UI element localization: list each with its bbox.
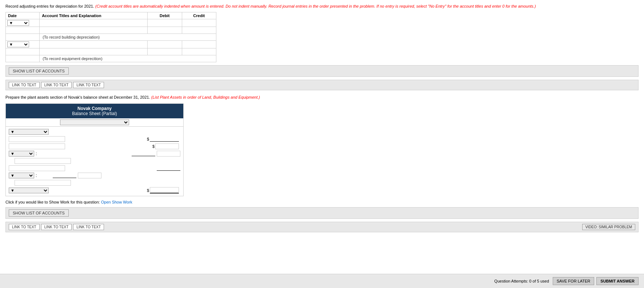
link-btns-1: LINK TO TEXT LINK TO TEXT LINK TO TEXT — [9, 82, 635, 88]
bottom-toolbar: Question Attempts: 0 of 5 used SAVE FOR … — [0, 274, 644, 288]
date-select-2[interactable]: ▼ — [7, 42, 29, 47]
table-row: ▼ — [6, 41, 216, 48]
bs-buildings-label-row — [7, 157, 182, 165]
bs-buildings-row: $ — [7, 143, 182, 150]
table-row — [6, 27, 216, 34]
bs-date-select[interactable]: December 31, 2021 — [60, 119, 129, 125]
sheet-title: Balance Sheet (Partial) — [7, 111, 182, 116]
show-list-button-2[interactable]: SHOW LIST OF ACCOUNTS — [9, 209, 69, 217]
link-to-text-btn-1c[interactable]: LINK TO TEXT — [73, 82, 104, 88]
instruction-2-text: Prepare the plant assets section of Nova… — [5, 95, 150, 99]
credit-input-1b[interactable] — [184, 28, 215, 32]
col-account: Account Titles and Explanation — [40, 12, 148, 19]
bs-buildings-net-label[interactable] — [9, 165, 65, 171]
debit-input-2a[interactable] — [149, 42, 180, 47]
link-to-text-toolbar-1: LINK TO TEXT LINK TO TEXT LINK TO TEXT — [5, 80, 639, 90]
bs-body: ▼ $ $ ▼ : — [6, 127, 183, 196]
bs-buildings-select[interactable]: ▼ — [9, 151, 34, 157]
bs-section-row-1: ▼ — [7, 128, 182, 135]
col-credit: Credit — [182, 12, 216, 19]
table-row: ▼ — [6, 19, 216, 27]
account-input-2b[interactable] — [41, 50, 146, 54]
show-work-text: Click if you would like to Show Work for… — [5, 200, 100, 204]
account-input-1b[interactable] — [41, 28, 146, 32]
video-similar-btn[interactable]: VIDEO: SIMILAR PROBLEM — [582, 224, 635, 230]
instruction-1-red: (Credit account titles are automatically… — [95, 4, 536, 8]
show-accounts-toolbar: SHOW LIST OF ACCOUNTS — [5, 65, 639, 77]
bs-equip-label-row — [7, 179, 182, 186]
save-for-later-button[interactable]: SAVE FOR LATER — [553, 277, 595, 285]
debit-input-1b[interactable] — [149, 28, 180, 32]
col-debit: Debit — [148, 12, 182, 19]
link-btns-2: LINK TO TEXT LINK TO TEXT LINK TO TEXT — [9, 224, 580, 230]
instruction-1-text: Record adjusting entries for depreciatio… — [5, 4, 94, 8]
submit-answer-button[interactable]: SUBMIT ANSWER — [596, 277, 639, 285]
date-select-1[interactable]: ▼ — [7, 20, 29, 26]
bs-land-label[interactable] — [9, 136, 65, 142]
prepare-text: Prepare the plant assets section of Nova… — [5, 95, 639, 100]
bs-buildings-net-row — [7, 165, 182, 172]
bs-land-amount[interactable] — [150, 136, 179, 142]
bs-buildings-name-input[interactable] — [15, 158, 71, 164]
bs-buildings-accum[interactable] — [132, 151, 155, 156]
open-show-work-link[interactable]: Open Show Work — [101, 200, 132, 204]
debit-input-1a[interactable] — [149, 21, 180, 25]
show-work-row: Click if you would like to Show Work for… — [5, 200, 639, 204]
table-row-note: (To record equipment deprecition) — [6, 55, 216, 62]
show-list-button-1[interactable]: SHOW LIST OF ACCOUNTS — [9, 67, 69, 75]
credit-input-2b[interactable] — [184, 50, 215, 54]
bs-equip-net-row: ▼ $ — [7, 186, 182, 194]
instruction-2-red: (List Plant Assets in order of Land, Bui… — [151, 95, 260, 99]
show-accounts-toolbar-2: SHOW LIST OF ACCOUNTS — [5, 207, 639, 219]
right-btns: VIDEO: SIMILAR PROBLEM — [582, 224, 635, 230]
bs-buildings-label[interactable] — [9, 143, 65, 149]
account-input-1a[interactable] — [41, 21, 146, 25]
account-input-2a[interactable] — [41, 42, 146, 47]
instruction-1: Record adjusting entries for depreciatio… — [5, 4, 639, 9]
bs-total-amount[interactable] — [150, 187, 179, 194]
credit-input-1a[interactable] — [184, 21, 215, 25]
bs-buildings-sub-row: ▼ : — [7, 150, 182, 157]
bs-buildings-amount[interactable] — [155, 143, 179, 149]
credit-input-2a[interactable] — [184, 42, 215, 47]
company-name: Novak Company — [7, 106, 182, 111]
building-note: (To record building depreciation) — [41, 34, 101, 40]
link-to-text-btn-2a[interactable]: LINK TO TEXT — [9, 224, 40, 230]
link-to-text-btn-1a[interactable]: LINK TO TEXT — [9, 82, 40, 88]
bs-subheader: December 31, 2021 — [6, 118, 183, 127]
bs-total-select[interactable]: ▼ — [9, 188, 49, 193]
link-to-text-toolbar-2: LINK TO TEXT LINK TO TEXT LINK TO TEXT V… — [5, 222, 639, 232]
question-attempts: Question Attempts: 0 of 5 used — [494, 279, 549, 283]
col-date: Date — [6, 12, 40, 19]
bs-land-row: $ — [7, 135, 182, 143]
bs-equip-name-input[interactable] — [15, 180, 71, 186]
journal-table: Date Account Titles and Explanation Debi… — [5, 12, 216, 62]
bs-equip-net1[interactable] — [78, 173, 101, 178]
link-to-text-btn-2c[interactable]: LINK TO TEXT — [73, 224, 104, 230]
table-row-note: (To record building depreciation) — [6, 34, 216, 41]
bs-equip-select[interactable]: ▼ — [9, 173, 34, 178]
balance-sheet: Novak Company Balance Sheet (Partial) De… — [5, 103, 184, 196]
bs-buildings-net[interactable] — [157, 151, 180, 157]
link-to-text-btn-1b[interactable]: LINK TO TEXT — [41, 82, 72, 88]
equipment-note: (To record equipment deprecition) — [41, 56, 104, 62]
table-row — [6, 48, 216, 55]
debit-input-2b[interactable] — [149, 50, 180, 54]
bs-header: Novak Company Balance Sheet (Partial) — [6, 104, 183, 118]
link-to-text-btn-2b[interactable]: LINK TO TEXT — [41, 224, 72, 230]
bs-section-select-1[interactable]: ▼ — [9, 129, 49, 135]
bs-equip-section-row: ▼ : — [7, 172, 182, 179]
bs-equip-amount[interactable] — [53, 173, 76, 178]
bs-buildings-net-val[interactable] — [157, 165, 180, 171]
